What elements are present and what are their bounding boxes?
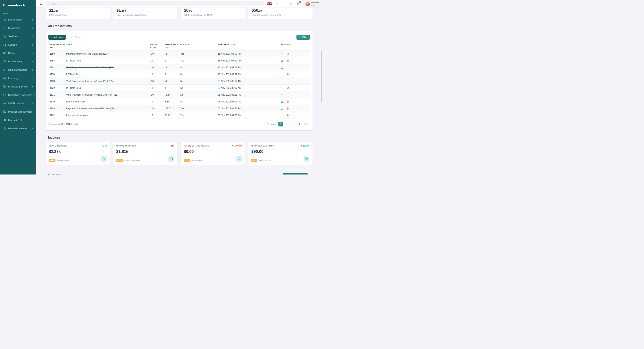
chevron-right-icon: › bbox=[32, 85, 33, 88]
cell-purchase-date: 11 Nov 2025 03:59 PM bbox=[216, 57, 279, 64]
bottom-action-button[interactable] bbox=[283, 173, 308, 175]
page-ellipsis[interactable]: ... bbox=[290, 122, 295, 127]
topbar-icons: 0 bbox=[268, 2, 300, 6]
cell-title: IoT Data Pack bbox=[65, 71, 149, 78]
stat-label: Total Transactions Last Month bbox=[252, 14, 309, 16]
hamburger-menu-icon[interactable] bbox=[39, 2, 43, 6]
sidebar-item-batch-processes[interactable]: Batch Processes› bbox=[0, 124, 36, 133]
download-icon[interactable] bbox=[280, 66, 284, 69]
pagination: Previous 12...14 Next bbox=[266, 122, 310, 127]
download-icon[interactable] bbox=[280, 87, 284, 90]
invoice-card: UNPAID INVOICES-234$1.81k$1.00Unpaid by … bbox=[113, 142, 178, 165]
stat-label: Total Transactions This Month bbox=[184, 14, 242, 16]
table-row: 1151Void: Payment for Invoice: IoT Data … bbox=[48, 64, 310, 71]
cell-purchase-date: 03 Nov 2025 04:28 PM bbox=[216, 105, 279, 112]
plus-icon bbox=[51, 36, 53, 38]
pagination-previous[interactable]: Previous bbox=[266, 122, 277, 127]
global-search-input[interactable] bbox=[45, 1, 264, 6]
trash-icon[interactable] bbox=[286, 73, 289, 76]
pagination-next[interactable]: Next bbox=[302, 122, 310, 127]
page-button-2[interactable]: 2 bbox=[284, 122, 289, 127]
next-section-cutoff: Invoices bbox=[46, 173, 312, 175]
sidebar-item-provisioning[interactable]: Provisioning› bbox=[0, 57, 36, 66]
chevron-right-icon: › bbox=[32, 68, 33, 71]
trash-icon[interactable] bbox=[286, 107, 289, 110]
stat-label: Total Uninvoiced Transactions bbox=[116, 14, 174, 16]
trash-icon[interactable] bbox=[286, 114, 289, 117]
apps-grid-icon[interactable] bbox=[275, 2, 279, 6]
download-icon[interactable] bbox=[280, 114, 284, 117]
cell-title: Void: Payment for Invoice: Norfone Mini … bbox=[65, 91, 149, 98]
download-icon[interactable] bbox=[280, 73, 284, 76]
sidebar-item-product-management[interactable]: Product Management bbox=[0, 108, 36, 116]
invoice-file-icon bbox=[101, 156, 107, 162]
invoice-card-title: UNPAID INVOICES bbox=[116, 145, 136, 147]
user-menu[interactable]: Updated Admin bbox=[303, 0, 322, 8]
stat-card: $0.00Total Transactions This Month bbox=[181, 8, 245, 19]
cell-title: Payment for Invoice: International Minut… bbox=[65, 105, 149, 112]
col-wholesale-cost[interactable]: WHOLESALE COST bbox=[164, 42, 179, 51]
sidebar-item-cell-broadcast[interactable]: Cell Broadcast› bbox=[0, 99, 36, 108]
sidebar-item-label: Dashboards bbox=[8, 18, 30, 21]
sidebar-item-customers[interactable]: Customers› bbox=[0, 24, 36, 32]
col-invoiced[interactable]: INVOICED? bbox=[179, 42, 216, 51]
invoice-card-title: INVOICES LAST MONTH bbox=[251, 145, 277, 147]
cell-wholesale-cost: 12.82 bbox=[164, 112, 179, 119]
sidebar-item-reporting-analytics[interactable]: Reporting & Analytics› bbox=[0, 91, 36, 99]
chevron-right-icon: › bbox=[32, 27, 33, 30]
notifications-bell-icon[interactable]: 0 bbox=[296, 2, 300, 6]
sidebar-item-support[interactable]: Support› bbox=[0, 41, 36, 49]
billing-icon bbox=[3, 52, 6, 55]
download-icon[interactable] bbox=[280, 93, 284, 96]
download-icon[interactable] bbox=[280, 107, 284, 110]
table-row: 1158IoT Data Pack101Yes11 Nov 2025 03:59… bbox=[48, 57, 310, 64]
page-button-1[interactable]: 1 bbox=[278, 122, 283, 127]
sidebar-item-services[interactable]: Services› bbox=[0, 32, 36, 41]
trash-icon[interactable] bbox=[286, 59, 289, 62]
cell-retail-cost: 30 bbox=[149, 98, 164, 105]
download-icon[interactable] bbox=[280, 80, 284, 83]
sidebar-item-dashboards[interactable]: Dashboards› bbox=[0, 16, 36, 24]
sidebar-item-label: Inventory bbox=[8, 77, 30, 80]
col-retail-cost[interactable]: RETAIL COST bbox=[149, 42, 164, 51]
table-search-input[interactable] bbox=[75, 36, 291, 39]
page-scrollbar[interactable] bbox=[321, 51, 322, 103]
trash-icon[interactable] bbox=[286, 100, 289, 103]
download-icon[interactable] bbox=[280, 100, 284, 103]
col-title[interactable]: TITLE bbox=[65, 42, 149, 51]
stats-row: $1.76kTotal Transactions$1.66kTotal Unin… bbox=[46, 8, 312, 19]
add-new-button[interactable]: Add New bbox=[48, 35, 66, 40]
brand-logo[interactable]: omnitouch bbox=[0, 0, 36, 10]
sidebar-item-users-roles[interactable]: Users & Roles bbox=[0, 116, 36, 124]
fullscreen-icon[interactable] bbox=[282, 2, 286, 6]
trash-icon[interactable] bbox=[286, 87, 289, 90]
brand-name: omnitouch bbox=[8, 3, 25, 7]
col-purchase-date[interactable]: PURCHASE DATE bbox=[216, 42, 279, 51]
sidebar-item-inventory[interactable]: Inventory› bbox=[0, 74, 36, 82]
page-button-14[interactable]: 14 bbox=[296, 122, 301, 127]
trash-icon[interactable] bbox=[286, 53, 289, 55]
cell-wholesale-cost: -1 bbox=[164, 64, 179, 71]
invoice-card: TOTAL INVOICES~234$2.27k68.00Invoices Se… bbox=[46, 142, 110, 165]
dark-mode-moon-icon[interactable] bbox=[290, 2, 293, 6]
cell-retail-cost: -10 bbox=[149, 78, 164, 84]
download-icon[interactable] bbox=[280, 59, 284, 62]
cell-invoiced: Yes bbox=[179, 105, 216, 112]
col-transaction-id[interactable]: TRANSACTION ID ▾ bbox=[48, 42, 65, 51]
cell-purchase-date: 09 Nov 2025 08:07 AM bbox=[216, 78, 279, 84]
invoices-heading: Invoices bbox=[48, 136, 312, 139]
sidebar-item-products-plans[interactable]: Products & Plans› bbox=[0, 82, 36, 91]
sidebar-item-label: Provisioning bbox=[8, 60, 30, 63]
sidebar-item-billing[interactable]: Billing› bbox=[0, 49, 36, 57]
filter-button[interactable]: Filter bbox=[296, 35, 310, 40]
sidebar-item-label: Reporting & Analytics bbox=[8, 94, 32, 96]
invoice-card-title: INVOICES THIS MONTH bbox=[184, 145, 209, 147]
language-flag-uk-icon[interactable] bbox=[268, 3, 272, 5]
download-icon[interactable] bbox=[280, 53, 284, 55]
cell-transaction-id: 1151 bbox=[48, 64, 65, 71]
sidebar-item-label: Customers bbox=[8, 27, 30, 29]
sidebar-item-communications[interactable]: Communications› bbox=[0, 66, 36, 74]
cell-wholesale-cost: -1 bbox=[164, 50, 179, 57]
stat-value: $1.76k bbox=[49, 8, 106, 13]
notification-badge: 0 bbox=[299, 1, 301, 3]
